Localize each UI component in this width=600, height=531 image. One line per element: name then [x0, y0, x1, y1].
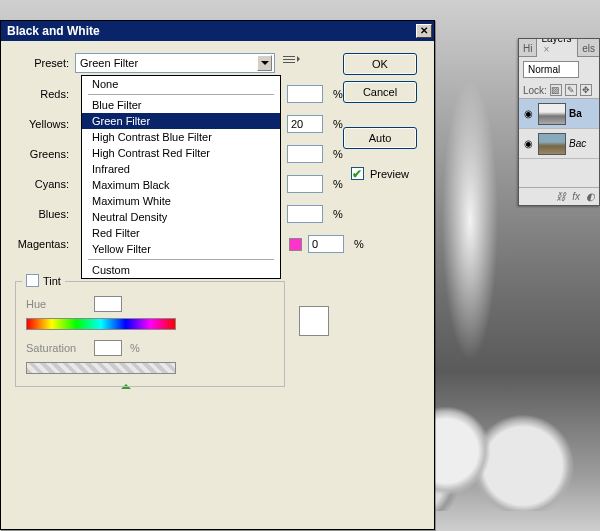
layer-fx-icon[interactable]: fx [572, 191, 580, 202]
channel-label: Cyans: [15, 178, 75, 190]
layer-thumbnail[interactable] [538, 103, 566, 125]
saturation-label: Saturation [26, 342, 86, 354]
preset-option[interactable]: None [82, 76, 280, 92]
visibility-icon[interactable]: ◉ [521, 137, 535, 151]
close-icon[interactable]: ✕ [416, 24, 432, 38]
tint-label: Tint [43, 275, 61, 287]
lock-controls: Lock: ▨ ✎ ✥ [519, 82, 599, 99]
preset-option[interactable]: Green Filter [82, 113, 280, 129]
preset-option[interactable]: Infrared [82, 161, 280, 177]
preset-option[interactable]: Maximum White [82, 193, 280, 209]
channel-value-input[interactable] [287, 145, 323, 163]
preset-option[interactable]: Yellow Filter [82, 241, 280, 257]
chevron-down-icon[interactable] [257, 55, 272, 71]
preset-option[interactable]: Custom [82, 262, 280, 278]
preview-checkbox[interactable]: ✔ [351, 167, 364, 180]
layers-panel: Hi Layers × els Normal Lock: ▨ ✎ ✥ ◉ Ba … [518, 38, 600, 206]
channel-label: Blues: [15, 208, 75, 220]
preset-option[interactable]: Blue Filter [82, 97, 280, 113]
channel-label: Reds: [15, 88, 75, 100]
channel-value-input[interactable] [287, 85, 323, 103]
dialog-titlebar[interactable]: Black and White ✕ [1, 21, 434, 41]
lock-transparency-icon[interactable]: ▨ [550, 84, 562, 96]
layers-panel-footer: ⛓ fx ◐ [519, 187, 599, 205]
link-layers-icon[interactable]: ⛓ [556, 191, 566, 202]
saturation-value-input[interactable] [94, 340, 122, 356]
channel-label: Greens: [15, 148, 75, 160]
preset-flyout-icon[interactable] [283, 55, 301, 71]
preset-dropdown-list: NoneBlue FilterGreen FilterHigh Contrast… [81, 75, 281, 279]
channel-value-input[interactable] [287, 175, 323, 193]
color-chip [289, 238, 302, 251]
black-and-white-dialog: Black and White ✕ OK Cancel Auto ✔ Previ… [0, 20, 435, 530]
layer-row[interactable]: ◉ Bac [519, 129, 599, 159]
layer-name: Ba [569, 108, 582, 119]
channel-label: Yellows: [15, 118, 75, 130]
saturation-unit: % [130, 342, 140, 354]
preset-option[interactable]: Maximum Black [82, 177, 280, 193]
tab-history[interactable]: Hi [519, 41, 536, 56]
preset-label: Preset: [15, 57, 75, 69]
hue-slider[interactable] [26, 318, 176, 330]
channel-label: Magentas: [15, 238, 75, 250]
saturation-slider[interactable] [26, 362, 176, 374]
cancel-button[interactable]: Cancel [343, 81, 417, 103]
dialog-title: Black and White [7, 24, 100, 38]
preview-label: Preview [370, 168, 409, 180]
lock-move-icon[interactable]: ✥ [580, 84, 592, 96]
preset-selected-value: Green Filter [80, 57, 138, 69]
channel-value-input[interactable]: 0 [308, 235, 344, 253]
hue-label: Hue [26, 298, 86, 310]
tint-checkbox[interactable] [26, 274, 39, 287]
preset-option[interactable]: High Contrast Red Filter [82, 145, 280, 161]
preset-option[interactable]: Neutral Density [82, 209, 280, 225]
tab-layers[interactable]: Layers × [536, 38, 578, 57]
layer-row[interactable]: ◉ Ba [519, 99, 599, 129]
channel-unit: % [333, 208, 343, 220]
layer-name: Bac [569, 138, 586, 149]
tint-color-swatch[interactable] [299, 306, 329, 336]
hue-value-input[interactable] [94, 296, 122, 312]
preset-option[interactable]: High Contrast Blue Filter [82, 129, 280, 145]
channel-value-input[interactable]: 20 [287, 115, 323, 133]
layer-mask-icon[interactable]: ◐ [586, 191, 595, 202]
tab-channels[interactable]: els [578, 41, 599, 56]
ok-button[interactable]: OK [343, 53, 417, 75]
blend-mode-dropdown[interactable]: Normal [523, 61, 579, 78]
preset-option[interactable]: Red Filter [82, 225, 280, 241]
lock-label: Lock: [523, 85, 547, 96]
visibility-icon[interactable]: ◉ [521, 107, 535, 121]
close-icon[interactable]: × [543, 44, 549, 55]
preset-dropdown[interactable]: Green Filter [75, 53, 275, 73]
lock-brush-icon[interactable]: ✎ [565, 84, 577, 96]
auto-button[interactable]: Auto [343, 127, 417, 149]
channel-unit: % [354, 238, 364, 250]
channel-value-input[interactable] [287, 205, 323, 223]
tint-group: Tint Hue Saturation % [15, 281, 285, 387]
layer-thumbnail[interactable] [538, 133, 566, 155]
